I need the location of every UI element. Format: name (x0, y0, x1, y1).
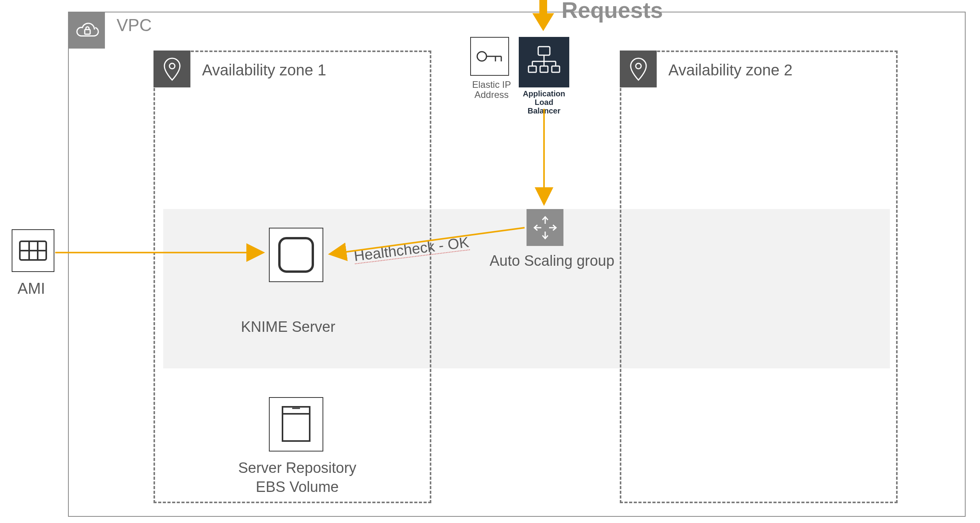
ebs-label-l2: EBS Volume (256, 479, 338, 495)
elastic-ip-icon (470, 37, 509, 76)
svg-point-1 (169, 63, 175, 69)
availability-zone-2 (620, 51, 898, 503)
eip-label-l1: Elastic IP (472, 79, 511, 90)
ami-icon (12, 229, 54, 272)
svg-rect-16 (540, 66, 548, 72)
svg-point-2 (636, 63, 641, 69)
knime-server-label: KNIME Server (241, 319, 335, 335)
svg-rect-9 (538, 47, 550, 55)
ebs-volume-icon (269, 397, 323, 452)
eip-label-l2: Address (474, 89, 509, 100)
vpc-icon (68, 12, 105, 49)
alb-label-l2: Load Balancer (528, 98, 561, 115)
ebs-volume-label: Server Repository EBS Volume (231, 458, 363, 497)
load-balancer-icon (519, 37, 569, 87)
knime-server-icon (269, 228, 323, 282)
svg-point-5 (477, 52, 487, 61)
diagram-canvas: VPC Availability zone 1 Availability zon… (0, 0, 980, 523)
auto-scaling-icon (527, 209, 563, 246)
auto-scaling-label: Auto Scaling group (490, 253, 614, 269)
ebs-label-l1: Server Repository (238, 460, 356, 476)
pin-icon (153, 51, 190, 87)
az2-label: Availability zone 2 (668, 61, 792, 79)
elastic-ip-label: Elastic IP Address (468, 80, 515, 100)
ami-label: AMI (17, 280, 45, 297)
load-balancer-label: Application Load Balancer (519, 89, 569, 115)
alb-label-l1: Application (523, 89, 565, 98)
vpc-label: VPC (117, 16, 152, 35)
pin-icon (620, 51, 657, 87)
requests-label: Requests (561, 0, 663, 23)
svg-rect-22 (279, 238, 313, 272)
az1-label: Availability zone 1 (202, 61, 326, 79)
svg-rect-17 (552, 66, 560, 72)
svg-rect-23 (282, 414, 310, 441)
svg-rect-0 (85, 30, 90, 34)
svg-rect-15 (528, 66, 536, 72)
